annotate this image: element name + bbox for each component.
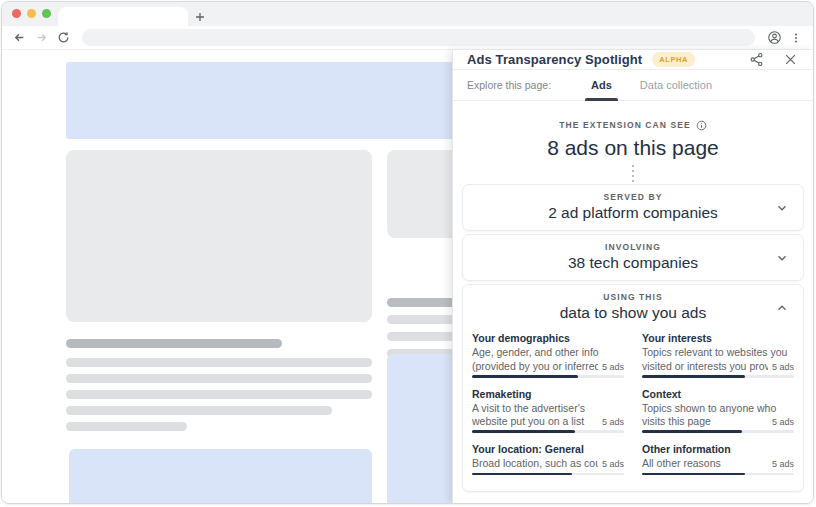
reason-your-interests: Your interests Topics relevant to websit… [642, 332, 794, 381]
browser-window: Ads Transparency Spotlight ALPHA Explo [1, 1, 814, 504]
close-panel-icon[interactable] [781, 51, 799, 69]
reason-progress-bar [642, 473, 794, 476]
reason-your-demographics: Your demographics Age, gender, and other… [472, 332, 624, 381]
ads-transparency-panel: Ads Transparency Spotlight ALPHA Explo [452, 50, 813, 503]
panel-title: Ads Transparency Spotlight [467, 52, 642, 67]
forward-icon[interactable] [32, 29, 50, 47]
chevron-down-icon[interactable] [775, 201, 789, 215]
section-served-by: SERVED BY 2 ad platform companies [462, 184, 804, 231]
reason-progress-bar [642, 375, 794, 378]
reason-progress-bar [472, 375, 624, 378]
section-using-this: USING THIS data to show you ads Your dem… [462, 284, 804, 492]
maximize-window-icon[interactable] [42, 9, 51, 18]
chevron-up-icon[interactable] [775, 301, 789, 315]
share-icon[interactable] [747, 51, 765, 69]
content-area: Ads Transparency Spotlight ALPHA Explo [2, 50, 813, 503]
address-bar[interactable] [82, 29, 755, 46]
tab-ads[interactable]: Ads [577, 70, 626, 101]
minimize-window-icon[interactable] [27, 9, 36, 18]
tabs-label: Explore this page: [467, 79, 551, 91]
reason-progress-bar [472, 473, 624, 476]
reason-other-information: Other information All other reasons 5 ad… [642, 443, 794, 479]
back-icon[interactable] [10, 29, 28, 47]
data-reasons-grid: Your demographics Age, gender, and other… [463, 330, 803, 491]
close-window-icon[interactable] [12, 9, 21, 18]
browser-toolbar [2, 26, 813, 50]
ad-count: 5 ads [598, 459, 624, 469]
skeleton-text-line [66, 422, 187, 431]
browser-menu-icon[interactable] [787, 29, 805, 47]
ad-count: 5 ads [768, 417, 794, 427]
section-involving-toggle[interactable]: INVOLVING 38 tech companies [463, 235, 803, 280]
section-using-this-toggle[interactable]: USING THIS data to show you ads [463, 285, 803, 330]
reason-remarketing: Remaketing A visit to the advertiser's w… [472, 388, 624, 437]
skeleton-hero-image [66, 150, 372, 322]
tab-data-collection[interactable]: Data collection [626, 70, 726, 101]
reason-context: Context Topics shown to anyone who visit… [642, 388, 794, 437]
ad-count: 5 ads [768, 362, 794, 372]
skeleton-text-line [66, 406, 332, 415]
panel-tabs: Explore this page: Ads Data collection [453, 70, 813, 101]
skeleton-text-line [66, 374, 372, 383]
info-icon[interactable] [696, 120, 707, 131]
skeleton-heading-line [66, 339, 282, 348]
summary-eyebrow: THE EXTENSION CAN SEE [559, 120, 707, 131]
skeleton-ad-banner [66, 62, 462, 139]
skeleton-text-line [66, 390, 372, 399]
skeleton-ad-block-bottom [69, 449, 372, 504]
alpha-badge: ALPHA [652, 52, 695, 67]
browser-tab[interactable] [58, 7, 188, 26]
ad-count: 5 ads [598, 417, 624, 427]
section-served-by-toggle[interactable]: SERVED BY 2 ad platform companies [463, 185, 803, 230]
panel-sections: SERVED BY 2 ad platform companies INVOLV… [453, 184, 813, 503]
reload-icon[interactable] [54, 29, 72, 47]
panel-header: Ads Transparency Spotlight ALPHA [453, 50, 813, 70]
ads-summary: THE EXTENSION CAN SEE 8 ads on this page [453, 101, 813, 184]
ad-count: 5 ads [598, 362, 624, 372]
dotted-connector [632, 165, 634, 182]
reason-progress-bar [642, 430, 794, 433]
skeleton-text-line [66, 358, 372, 367]
section-involving: INVOLVING 38 tech companies [462, 234, 804, 281]
profile-avatar-icon[interactable] [765, 29, 783, 47]
reason-progress-bar [472, 430, 624, 433]
ads-count-headline: 8 ads on this page [453, 136, 813, 160]
traffic-lights [12, 9, 51, 18]
new-tab-icon[interactable] [188, 7, 212, 26]
titlebar [2, 2, 813, 26]
reason-your-location: Your location: General Broad location, s… [472, 443, 624, 479]
chevron-down-icon[interactable] [775, 251, 789, 265]
ad-count: 5 ads [768, 459, 794, 469]
